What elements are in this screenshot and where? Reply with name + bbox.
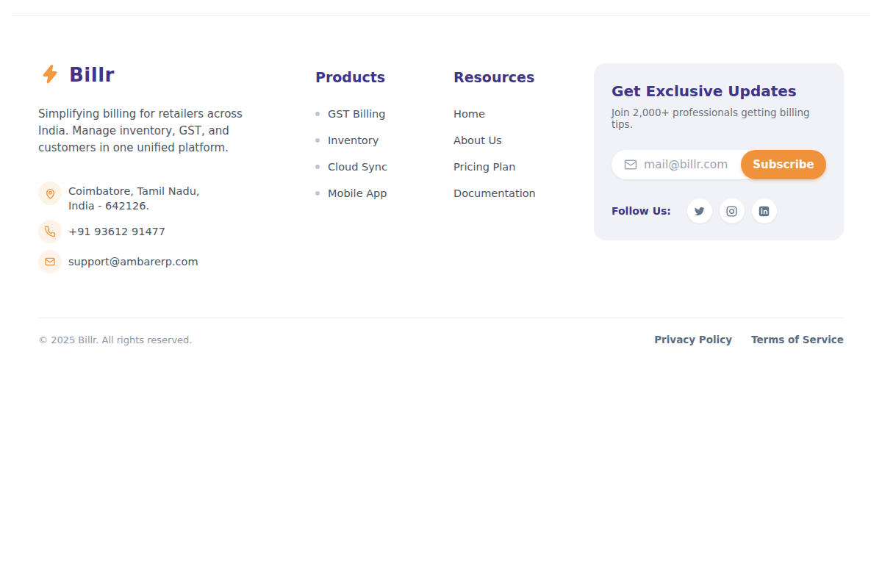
link-label: Documentation xyxy=(453,187,536,199)
terms-of-service-link[interactable]: Terms of Service xyxy=(751,334,844,345)
brand-tagline: Simplifying billing for retailers across… xyxy=(38,106,268,157)
newsletter-title: Get Exclusive Updates xyxy=(612,82,826,100)
subscribe-button[interactable]: Subscribe xyxy=(741,150,826,179)
bullet-dot-icon xyxy=(315,138,320,143)
resources-link-about-us[interactable]: About Us xyxy=(453,133,549,148)
resources-link-pricing-plan[interactable]: Pricing Plan xyxy=(453,159,549,174)
social-links xyxy=(687,198,777,223)
products-link-inventory[interactable]: Inventory xyxy=(315,133,412,148)
products-list: GST Billing Inventory Cloud Sync Mobile … xyxy=(315,107,412,201)
twitter-icon[interactable] xyxy=(687,198,712,223)
footer-bottom-bar: © 2025 Billr. All rights reserved. Priva… xyxy=(38,318,844,345)
privacy-policy-link[interactable]: Privacy Policy xyxy=(654,334,732,345)
products-link-mobile-app[interactable]: Mobile App xyxy=(315,186,412,201)
products-column: Products GST Billing Inventory Cloud Syn… xyxy=(315,63,412,212)
email-text: support@ambarerp.com xyxy=(68,254,198,269)
subscribe-form: Subscribe xyxy=(612,150,826,179)
bullet-dot-icon xyxy=(315,165,320,169)
lightning-bolt-icon xyxy=(38,63,62,87)
contact-address: Coimbatore, Tamil Nadu, India - 642126. xyxy=(38,182,297,213)
resources-link-documentation[interactable]: Documentation xyxy=(453,186,549,201)
envelope-icon xyxy=(38,250,62,273)
brand-column: Billr Simplifying billing for retailers … xyxy=(38,63,297,273)
footer: Billr Simplifying billing for retailers … xyxy=(12,15,870,345)
linkedin-icon[interactable] xyxy=(752,198,777,223)
contact-phone[interactable]: +91 93612 91477 xyxy=(38,220,297,243)
resources-link-home[interactable]: Home xyxy=(453,107,549,121)
follow-row: Follow Us: xyxy=(612,198,826,223)
resources-title: Resources xyxy=(453,63,549,85)
contact-list: Coimbatore, Tamil Nadu, India - 642126. … xyxy=(38,182,297,273)
products-link-gst-billing[interactable]: GST Billing xyxy=(315,107,412,121)
link-label: Inventory xyxy=(328,135,379,146)
link-label: Mobile App xyxy=(328,187,387,199)
bullet-dot-icon xyxy=(315,191,320,196)
link-label: Home xyxy=(453,108,485,120)
resources-column: Resources Home About Us Pricing Plan Doc… xyxy=(453,63,549,212)
link-label: Pricing Plan xyxy=(453,161,515,173)
newsletter-card: Get Exclusive Updates Join 2,000+ profes… xyxy=(594,63,844,240)
bullet-dot-icon xyxy=(315,112,320,116)
location-pin-icon xyxy=(38,182,62,205)
phone-text: +91 93612 91477 xyxy=(68,224,165,239)
follow-us-label: Follow Us: xyxy=(612,205,671,217)
phone-icon xyxy=(38,220,62,243)
link-label: Cloud Sync xyxy=(328,161,387,173)
link-label: About Us xyxy=(453,135,502,146)
contact-email[interactable]: support@ambarerp.com xyxy=(38,250,297,273)
products-title: Products xyxy=(315,63,412,85)
legal-links: Privacy Policy Terms of Service xyxy=(654,334,844,345)
resources-list: Home About Us Pricing Plan Documentation xyxy=(453,107,549,201)
brand-name: Billr xyxy=(69,64,115,86)
newsletter-subtitle: Join 2,000+ professionals getting billin… xyxy=(612,107,826,130)
logo[interactable]: Billr xyxy=(38,63,297,87)
copyright-text: © 2025 Billr. All rights reserved. xyxy=(38,334,192,345)
address-text: Coimbatore, Tamil Nadu, India - 642126. xyxy=(68,182,199,213)
instagram-icon[interactable] xyxy=(720,198,745,223)
link-label: GST Billing xyxy=(328,108,385,120)
products-link-cloud-sync[interactable]: Cloud Sync xyxy=(315,159,412,174)
